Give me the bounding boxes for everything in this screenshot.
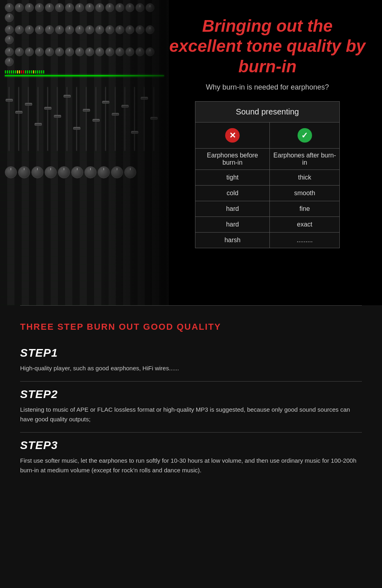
step-3-section: STEP3 First use softer music, let the ea…	[20, 439, 362, 475]
cell-before-4: harsh	[195, 233, 270, 248]
cell-after-4: .........	[270, 233, 340, 248]
table-row: hard exact	[195, 217, 340, 233]
hero-subtitle: Why burn-in is needed for earphones?	[206, 83, 329, 92]
check-icon: ✓	[298, 128, 312, 143]
step-1-description: High-quality player, such as good earpho…	[20, 363, 362, 373]
before-icon-cell: ✕	[195, 122, 270, 149]
table-title: Sound presenting	[195, 102, 340, 122]
step-1-label: STEP1	[20, 347, 362, 359]
col2-label: Earphones after burn-in	[270, 149, 340, 170]
step-2-label: STEP2	[20, 388, 362, 401]
sound-table: Sound presenting ✕ ✓ Earphones before bu…	[195, 101, 340, 248]
table-row: tight thick	[195, 170, 340, 186]
cell-after-1: smooth	[270, 186, 340, 201]
table-header-row: Sound presenting	[195, 102, 340, 122]
col1-label: Earphones before burn-in	[195, 149, 270, 170]
hero-section: Bringing out the excellent tone quality …	[0, 0, 382, 305]
cell-before-3: hard	[195, 217, 270, 233]
cell-before-2: hard	[195, 201, 270, 217]
cell-after-2: fine	[270, 201, 340, 217]
hero-content: Bringing out the excellent tone quality …	[157, 0, 382, 305]
three-step-title: THREE STEP BURN OUT GOOD QUALITY	[20, 322, 362, 332]
table-row: harsh .........	[195, 233, 340, 248]
step-2-section: STEP2 Listening to music of APE or FLAC …	[20, 388, 362, 433]
step-divider	[20, 381, 362, 382]
table-col-labels-row: Earphones before burn-in Earphones after…	[195, 149, 340, 170]
mixer-overlay	[0, 0, 169, 305]
table-body: tight thick cold smooth hard fine hard e…	[195, 170, 340, 248]
after-icon-cell: ✓	[270, 122, 340, 149]
table-icon-row: ✕ ✓	[195, 122, 340, 149]
table-row: cold smooth	[195, 186, 340, 201]
cell-after-0: thick	[270, 170, 340, 186]
step-1-section: STEP1 High-quality player, such as good …	[20, 347, 362, 382]
steps-container: STEP1 High-quality player, such as good …	[20, 347, 362, 475]
cell-before-0: tight	[195, 170, 270, 186]
step-divider	[20, 432, 362, 433]
x-icon: ✕	[225, 128, 240, 143]
hero-title: Bringing out the excellent tone quality …	[165, 16, 370, 77]
bottom-section: THREE STEP BURN OUT GOOD QUALITY STEP1 H…	[0, 306, 382, 499]
step-3-description: First use softer music, let the earphone…	[20, 456, 362, 475]
cell-before-1: cold	[195, 186, 270, 201]
step-3-label: STEP3	[20, 439, 362, 452]
mixer-background	[0, 0, 169, 305]
cell-after-3: exact	[270, 217, 340, 233]
table-row: hard fine	[195, 201, 340, 217]
step-2-description: Listening to music of APE or FLAC lossle…	[20, 405, 362, 424]
